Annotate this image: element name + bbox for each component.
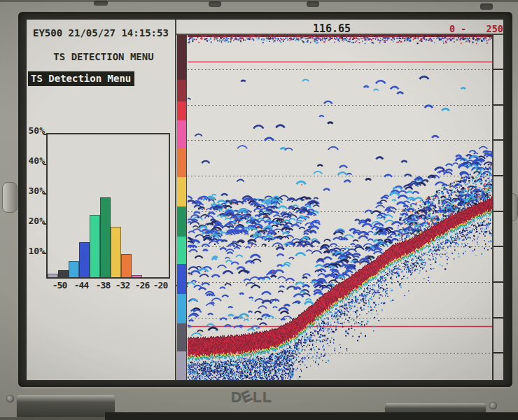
ey500-screen: EY500 21/05/27 14:15:53 TS DETECTION MEN… xyxy=(27,20,503,380)
color-scale-segment xyxy=(177,177,186,206)
latch-button-left xyxy=(2,182,18,213)
histogram-x-label: -38 xyxy=(96,280,110,290)
color-scale-segment xyxy=(177,35,186,80)
histogram-y-label: 40% xyxy=(27,155,45,166)
range-separator: - xyxy=(461,23,466,34)
color-scale-segment xyxy=(177,206,186,237)
histogram-bar xyxy=(121,254,132,277)
color-scale-segment xyxy=(177,351,186,380)
menu-panel: EY500 21/05/27 14:15:53 TS DETECTION MEN… xyxy=(27,20,175,380)
depth-scale-tick xyxy=(493,352,503,354)
range-end-value: 250 xyxy=(485,23,503,34)
histogram-y-label: 10% xyxy=(27,246,45,256)
depth-scale-tick xyxy=(493,104,503,106)
histogram-bar xyxy=(58,270,69,277)
histogram-bar xyxy=(48,274,58,277)
chassis-bottom-gap xyxy=(105,412,518,420)
chassis-top-edge xyxy=(0,0,518,2)
histogram-bar xyxy=(79,242,90,277)
depth-scale-tick xyxy=(493,69,503,70)
latch-hole xyxy=(209,1,221,7)
hinge-left xyxy=(17,395,115,420)
dell-logo: DELL xyxy=(231,389,272,406)
panel-separator xyxy=(175,20,176,380)
chassis-bottom-edge xyxy=(0,417,105,420)
histogram-plot-frame xyxy=(46,133,170,279)
color-scale-segment xyxy=(177,264,186,294)
histogram-bar xyxy=(69,261,79,277)
depth-scale-tick xyxy=(493,175,503,176)
latch-hole xyxy=(94,1,108,6)
latch-hole xyxy=(480,4,493,10)
color-scale-segment xyxy=(177,323,186,351)
echogram-canvas xyxy=(188,35,492,380)
depth-scale-tick xyxy=(493,317,503,318)
system-header-text: EY500 21/05/27 14:15:53 xyxy=(33,27,169,38)
screw-right xyxy=(489,402,497,410)
histogram-y-label: 20% xyxy=(27,216,45,226)
depth-scale-tick xyxy=(493,139,503,141)
range-start-value: 0 xyxy=(449,23,455,34)
histogram-x-label: -44 xyxy=(74,280,88,290)
color-scale-bar xyxy=(177,35,187,380)
laptop-photo: EY500 21/05/27 14:15:53 TS DETECTION MEN… xyxy=(0,0,518,420)
latch-hole xyxy=(307,1,319,7)
histogram-x-label: -20 xyxy=(153,280,167,290)
histogram-y-label: 50% xyxy=(27,125,45,136)
histogram-bar xyxy=(132,275,142,277)
color-scale-segment xyxy=(177,120,186,148)
color-scale-segment xyxy=(177,237,186,264)
histogram-bar xyxy=(100,197,111,277)
histogram-y-label: 30% xyxy=(27,186,45,196)
echogram-right-border xyxy=(492,34,493,380)
histogram-x-label: -26 xyxy=(135,280,149,290)
dell-logo-letter: L xyxy=(262,389,272,405)
color-scale-segment xyxy=(177,148,186,177)
depth-scale-tick xyxy=(493,281,503,283)
screw-left xyxy=(6,395,14,402)
depth-scale-tick xyxy=(493,211,503,212)
menu-item-ts-detection[interactable]: TS Detection Menu xyxy=(28,71,134,86)
color-scale-segment xyxy=(177,294,186,323)
menu-title: TS DETECTION MENU xyxy=(27,51,175,62)
histogram-x-label: -50 xyxy=(52,280,66,290)
histogram-bar xyxy=(111,227,121,277)
histogram-x-label: -32 xyxy=(115,280,130,290)
depth-scale-tick xyxy=(493,246,503,247)
color-scale-segment xyxy=(177,80,186,102)
histogram-bar xyxy=(90,215,100,277)
color-scale-segment xyxy=(177,102,186,120)
